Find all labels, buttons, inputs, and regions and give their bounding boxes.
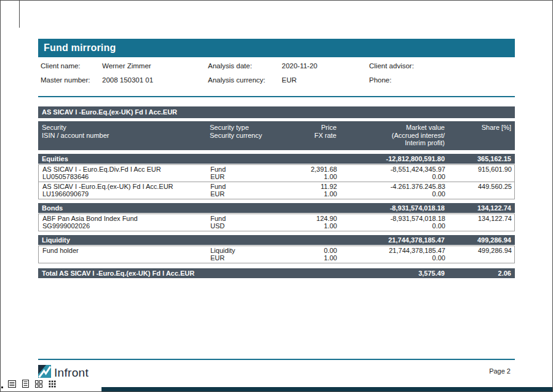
section-title: AS SICAV I -Euro.Eq.(ex-UK) Fd I Acc.EUR xyxy=(42,108,177,116)
page-number: Page 2 xyxy=(489,367,511,375)
group-header-row: Bonds -8,931,574,018.18 134,122.74 xyxy=(38,203,515,213)
footer-rule xyxy=(38,359,515,360)
accrued-interest: 0.00 xyxy=(344,173,445,181)
market-value: -4.261.376.245.83 xyxy=(344,183,445,191)
security-currency: EUR xyxy=(210,173,277,181)
analysis-currency-value: EUR xyxy=(282,75,369,85)
fx-rate: 1.00 xyxy=(284,173,337,181)
security-name: AS SICAV I - Euro.Eq.Div.Fd I Acc EUR xyxy=(42,166,203,174)
security-name: ABF Pan Asia Bond Index Fund xyxy=(42,215,203,223)
security-isin xyxy=(42,254,203,262)
total-share: 2.06 xyxy=(448,268,515,278)
price: 124.90 xyxy=(284,215,337,223)
section-header: AS SICAV I -Euro.Eq.(ex-UK) Fd I Acc.EUR xyxy=(38,106,515,118)
group-share: 499,286.94 xyxy=(448,235,515,245)
brand-name: Infront xyxy=(54,366,89,380)
security-type: Fund xyxy=(210,183,277,191)
divider-rule xyxy=(38,96,515,97)
accrued-interest: 0.00 xyxy=(344,254,445,262)
infront-logo-icon xyxy=(38,365,51,380)
market-value: -8,931,574,018.18 xyxy=(344,215,445,223)
phone-label: Phone: xyxy=(369,75,437,85)
price: 11.92 xyxy=(284,183,337,191)
master-number-label: Master number: xyxy=(41,75,102,85)
share: 449.560.25 xyxy=(453,183,512,191)
group-liquidity: Liquidity 21,744,378,185.47 499,286.94 F… xyxy=(38,235,515,263)
share: 134,122.74 xyxy=(453,215,512,223)
security-isin: LU0505783646 xyxy=(42,173,203,181)
page-view-icon[interactable] xyxy=(22,379,29,390)
table-header: Security ISIN / account number Security … xyxy=(38,121,515,150)
accrued-interest: 0.00 xyxy=(344,222,445,230)
table-row: AS SICAV I -Euro.Eq.(ex-UK) Fd I Acc.EUR… xyxy=(39,182,514,199)
group-share: 365,162.15 xyxy=(448,154,515,164)
group-rows: ABF Pan Asia Bond Index Fund SG999900202… xyxy=(38,214,515,231)
viewer-view-toggles xyxy=(8,379,56,390)
share: 915,601.90 xyxy=(453,166,512,174)
market-value: 21,744,378,185.47 xyxy=(344,247,445,255)
share: 499,286.94 xyxy=(453,247,512,255)
viewer-dot xyxy=(1,386,3,388)
security-currency: USD xyxy=(210,222,277,230)
analysis-currency-label: Analysis currency: xyxy=(208,75,282,85)
security-isin: SG9999002026 xyxy=(42,222,203,230)
security-name: AS SICAV I -Euro.Eq.(ex-UK) Fd I Acc.EUR xyxy=(42,183,203,191)
page-title: Fund mirroring xyxy=(44,42,116,53)
table-row: Fund holder Liquidity EUR 0.00 1.00 21,7… xyxy=(39,246,514,263)
analysis-date-value: 2020-11-20 xyxy=(282,61,369,71)
group-market-value: -12,812,800,591.80 xyxy=(340,154,448,164)
client-name-value: Werner Zimmer xyxy=(102,61,208,71)
security-isin: LU1966090679 xyxy=(42,190,203,198)
master-number-value: 2008 150301 01 xyxy=(102,75,208,85)
client-advisor-label: Client advisor: xyxy=(369,61,437,71)
group-name: Bonds xyxy=(38,203,340,213)
col-security-type: Security type Security currency xyxy=(206,124,280,147)
security-type: Fund xyxy=(210,215,277,223)
market-value: -8,551,424,345.97 xyxy=(344,166,445,174)
client-info: Client name: Werner Zimmer Analysis date… xyxy=(38,61,515,85)
col-market-value: Market value (Accrued interest/ Interim … xyxy=(340,124,448,147)
group-rows: AS SICAV I - Euro.Eq.Div.Fd I Acc EUR LU… xyxy=(38,164,515,199)
accrued-interest: 0.00 xyxy=(344,190,445,198)
table-row: AS SICAV I - Euro.Eq.Div.Fd I Acc EUR LU… xyxy=(39,165,514,182)
total-row: Total AS SICAV I -Euro.Eq.(ex-UK) Fd I A… xyxy=(38,268,515,278)
group-header-row: Equities -12,812,800,591.80 365,162.15 xyxy=(38,154,515,164)
table-row: ABF Pan Asia Bond Index Fund SG999900202… xyxy=(39,214,514,231)
list-view-icon[interactable] xyxy=(8,379,16,390)
group-share: 134,122.74 xyxy=(448,203,515,213)
group-rows: Fund holder Liquidity EUR 0.00 1.00 21,7… xyxy=(38,246,515,263)
analysis-date-label: Analysis date: xyxy=(208,61,282,71)
grid-view-icon[interactable] xyxy=(49,379,56,390)
document-page: Fund mirroring Client name: Werner Zimme… xyxy=(38,39,515,278)
total-market-value: 3,575.49 xyxy=(340,268,448,278)
fx-rate: 1.00 xyxy=(284,222,337,230)
price: 0.00 xyxy=(284,247,337,255)
group-market-value: 21,744,378,185.47 xyxy=(340,235,448,245)
security-type: Liquidity xyxy=(210,247,277,255)
sidebar-edge-line xyxy=(19,1,20,28)
price: 2,391.68 xyxy=(284,166,337,174)
col-share: Share [%] xyxy=(448,124,515,147)
report-title-bar: Fund mirroring xyxy=(38,39,515,57)
fx-rate: 1.00 xyxy=(284,254,337,262)
group-bonds: Bonds -8,931,574,018.18 134,122.74 ABF P… xyxy=(38,203,515,231)
col-security: Security ISIN / account number xyxy=(38,124,206,147)
fx-rate: 1.00 xyxy=(284,190,337,198)
viewer-bottom-bar xyxy=(101,387,553,392)
group-name: Equities xyxy=(38,154,340,164)
security-type: Fund xyxy=(210,166,277,174)
group-equities: Equities -12,812,800,591.80 365,162.15 A… xyxy=(38,154,515,199)
phone-value xyxy=(437,75,515,85)
tiles-view-icon[interactable] xyxy=(35,379,42,390)
brand-footer: Infront xyxy=(38,365,89,380)
security-currency: EUR xyxy=(210,254,277,262)
security-name: Fund holder xyxy=(42,247,203,255)
col-price: Price FX rate xyxy=(280,124,340,147)
group-name: Liquidity xyxy=(38,235,340,245)
group-header-row: Liquidity 21,744,378,185.47 499,286.94 xyxy=(38,235,515,245)
client-advisor-value xyxy=(437,61,515,71)
security-currency: EUR xyxy=(210,190,277,198)
group-market-value: -8,931,574,018.18 xyxy=(340,203,448,213)
client-name-label: Client name: xyxy=(41,61,102,71)
total-label: Total AS SICAV I -Euro.Eq.(ex-UK) Fd I A… xyxy=(38,268,340,278)
